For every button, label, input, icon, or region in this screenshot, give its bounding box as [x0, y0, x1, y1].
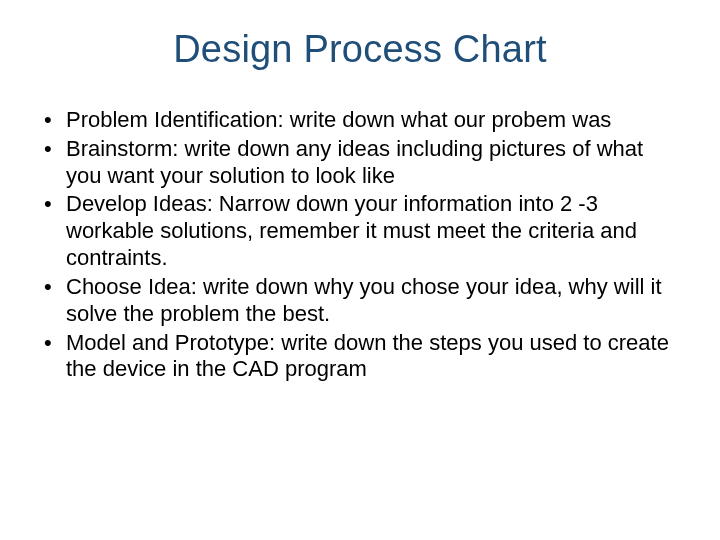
- slide: Design Process Chart Problem Identificat…: [0, 0, 720, 540]
- list-item: Develop Ideas: Narrow down your informat…: [38, 191, 680, 271]
- list-item: Problem Identification: write down what …: [38, 107, 680, 134]
- slide-title: Design Process Chart: [34, 28, 686, 71]
- list-item: Model and Prototype: write down the step…: [38, 330, 680, 384]
- list-item: Choose Idea: write down why you chose yo…: [38, 274, 680, 328]
- list-item: Brainstorm: write down any ideas includi…: [38, 136, 680, 190]
- bullet-list: Problem Identification: write down what …: [34, 107, 686, 383]
